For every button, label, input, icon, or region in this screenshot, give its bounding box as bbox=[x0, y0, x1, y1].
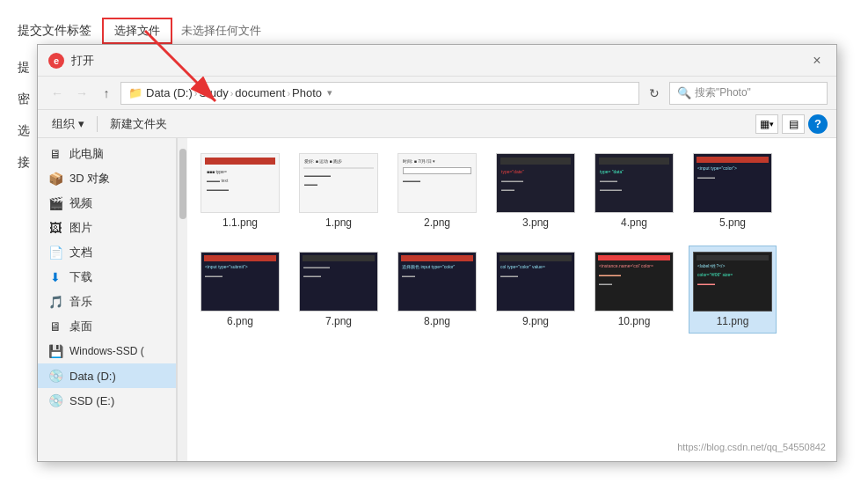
sidebar-item-pictures[interactable]: 🖼 图片 bbox=[38, 216, 176, 240]
pane-icon: ▤ bbox=[789, 118, 799, 130]
address-part-study: Study bbox=[199, 86, 228, 99]
view-icon: ▦ bbox=[760, 118, 770, 130]
videos-icon: 🎬 bbox=[48, 196, 62, 210]
data-d-icon: 💿 bbox=[48, 369, 62, 383]
view-toggle-button[interactable]: ▦ ▾ bbox=[755, 114, 778, 134]
sidebar-item-label-music: 音乐 bbox=[69, 294, 92, 310]
dialog-toolbar: 组织 ▾ 新建文件夹 ▦ ▾ ▤ ? bbox=[38, 110, 836, 138]
row3-label: 密 bbox=[18, 92, 30, 107]
file-thumbnail-1-1: ■■■ type= ▬▬▬ text ▬▬▬▬▬ bbox=[201, 153, 280, 213]
sidebar-item-videos[interactable]: 🎬 视频 bbox=[38, 191, 176, 216]
up-button[interactable]: ↑ bbox=[96, 83, 117, 104]
file-name-10-png: 10.png bbox=[618, 315, 651, 327]
file-thumbnail-5: <input type="color"> ▬▬▬▬ bbox=[693, 153, 772, 213]
organize-arrow: ▾ bbox=[78, 117, 84, 130]
dialog-close-button[interactable]: × bbox=[808, 52, 826, 70]
search-box[interactable]: 🔍 搜索"Photo" bbox=[669, 82, 828, 105]
file-item-4-png[interactable]: type= "data" ▬▬▬▬ ▬▬▬▬▬ 4.png bbox=[590, 147, 678, 235]
file-thumbnail-3: type="date" ▬▬▬▬▬ ▬▬▬ bbox=[496, 153, 575, 213]
file-item-9-png[interactable]: col type="color" value= ▬▬▬▬ 9.png bbox=[492, 246, 580, 334]
toolbar-separator bbox=[97, 116, 98, 132]
address-part-photo: Photo bbox=[292, 86, 322, 99]
sidebar-item-label-downloads: 下载 bbox=[69, 269, 92, 285]
back-button[interactable]: ← bbox=[47, 83, 68, 104]
submit-label: 提交文件标签 bbox=[18, 23, 91, 39]
dialog-app-icon: e bbox=[48, 53, 64, 69]
sidebar-item-label-data-d: Data (D:) bbox=[69, 370, 116, 383]
forward-button[interactable]: → bbox=[71, 83, 92, 104]
row4-label: 选 bbox=[18, 123, 30, 139]
sidebar-item-windows-ssd[interactable]: 💾 Windows-SSD ( bbox=[38, 339, 176, 363]
sidebar-item-label-ssd-e: SSD (E:) bbox=[69, 394, 114, 407]
file-item-10-png[interactable]: <instance.name='col' color= ▬▬▬▬▬ ▬▬▬ 10… bbox=[590, 246, 678, 334]
file-thumbnail-8: 选择颜色 input type="color" ▬▬▬ bbox=[398, 252, 477, 312]
file-name-3-png: 3.png bbox=[522, 216, 549, 229]
sidebar-item-label-pictures: 图片 bbox=[69, 220, 92, 236]
file-thumbnail-11: <label>姓?</> color="#f06" size= ▬▬▬▬ bbox=[693, 252, 772, 312]
sidebar-item-desktop[interactable]: 🖥 桌面 bbox=[38, 314, 176, 339]
windows-ssd-icon: 💾 bbox=[48, 344, 62, 358]
sidebar-item-label-videos: 视频 bbox=[69, 195, 92, 211]
sidebar-item-downloads[interactable]: ⬇ 下载 bbox=[38, 265, 176, 290]
organize-button[interactable]: 组织 ▾ bbox=[47, 114, 90, 134]
downloads-icon: ⬇ bbox=[48, 270, 62, 284]
file-name-9-png: 9.png bbox=[522, 315, 549, 327]
watermark: https://blog.csdn.net/qq_54550842 bbox=[677, 442, 826, 452]
sidebar-scrollbar-thumb bbox=[179, 149, 186, 219]
file-item-5-png[interactable]: <input type="color"> ▬▬▬▬ 5.png bbox=[689, 147, 777, 235]
file-name-11-png: 11.png bbox=[717, 315, 749, 327]
files-grid: ■■■ type= ▬▬▬ text ▬▬▬▬▬ 1.1.png 爱好: ■ 运… bbox=[196, 147, 828, 334]
row-submit-file: 提交文件标签 选择文件 未选择任何文件 bbox=[18, 18, 850, 44]
this-pc-icon: 🖥 bbox=[48, 147, 62, 161]
file-grid-area: ■■■ type= ▬▬▬ text ▬▬▬▬▬ 1.1.png 爱好: ■ 运… bbox=[187, 138, 836, 461]
file-item-2-png[interactable]: 时间: ■ 7/月/日 ▾ ▬▬▬▬ 2.png bbox=[393, 147, 481, 235]
sidebar-item-this-pc[interactable]: 🖥 此电脑 bbox=[38, 142, 176, 166]
refresh-button[interactable]: ↻ bbox=[643, 82, 666, 105]
new-folder-label: 新建文件夹 bbox=[110, 116, 167, 132]
dialog-title: 打开 bbox=[71, 53, 808, 69]
file-name-5-png: 5.png bbox=[719, 216, 746, 229]
row5-label: 接 bbox=[18, 155, 30, 171]
sidebar-item-3d-objects[interactable]: 📦 3D 对象 bbox=[38, 166, 176, 191]
address-dropdown-arrow: ▾ bbox=[327, 87, 332, 99]
file-item-3-png[interactable]: type="date" ▬▬▬▬▬ ▬▬▬ 3.png bbox=[492, 147, 580, 235]
sidebar-item-label-windows-ssd: Windows-SSD ( bbox=[69, 345, 144, 357]
file-name-2-png: 2.png bbox=[424, 216, 450, 229]
file-name-1-1-png: 1.1.png bbox=[222, 216, 258, 229]
toolbar-right: ▦ ▾ ▤ ? bbox=[755, 114, 828, 134]
row2-label: 提 bbox=[18, 60, 30, 76]
no-file-text: 未选择任何文件 bbox=[181, 23, 261, 39]
pane-toggle-button[interactable]: ▤ bbox=[782, 114, 805, 134]
address-box[interactable]: Data (D:) › Study › document › Photo ▾ bbox=[120, 82, 639, 105]
sidebar-item-documents[interactable]: 📄 文档 bbox=[38, 240, 176, 265]
sidebar-item-ssd-e[interactable]: 💿 SSD (E:) bbox=[38, 388, 176, 413]
file-item-11-png[interactable]: <label>姓?</> color="#f06" size= ▬▬▬▬ 11.… bbox=[689, 246, 777, 334]
new-folder-button[interactable]: 新建文件夹 bbox=[105, 114, 172, 134]
3d-objects-icon: 📦 bbox=[48, 172, 62, 186]
file-item-6-png[interactable]: <input type="submit"> ▬▬▬▬ 6.png bbox=[196, 246, 284, 334]
file-thumbnail-4: type= "data" ▬▬▬▬ ▬▬▬▬▬ bbox=[594, 153, 674, 213]
dialog-main-content: 🖥 此电脑 📦 3D 对象 🎬 视频 🖼 图片 📄 文档 bbox=[38, 138, 836, 461]
sidebar-item-music[interactable]: 🎵 音乐 bbox=[38, 290, 176, 314]
file-name-6-png: 6.png bbox=[227, 315, 253, 327]
file-item-1-1-png[interactable]: ■■■ type= ▬▬▬ text ▬▬▬▬▬ 1.1.png bbox=[196, 147, 284, 235]
file-thumbnail-2: 时间: ■ 7/月/日 ▾ ▬▬▬▬ bbox=[398, 153, 477, 213]
file-item-7-png[interactable]: ▬▬▬▬▬▬ ▬▬▬▬ 7.png bbox=[295, 246, 383, 334]
address-part-document: document bbox=[235, 86, 285, 99]
pictures-icon: 🖼 bbox=[48, 221, 62, 235]
help-button[interactable]: ? bbox=[808, 114, 828, 134]
sidebar: 🖥 此电脑 📦 3D 对象 🎬 视频 🖼 图片 📄 文档 bbox=[38, 138, 177, 461]
file-thumbnail-10: <instance.name='col' color= ▬▬▬▬▬ ▬▬▬ bbox=[594, 252, 674, 312]
view-arrow: ▾ bbox=[770, 120, 774, 128]
sidebar-scrollbar[interactable] bbox=[177, 138, 187, 461]
file-item-8-png[interactable]: 选择颜色 input type="color" ▬▬▬ 8.png bbox=[393, 246, 481, 334]
file-item-1-png[interactable]: 爱好: ■ 运动 ■ 跑步 ▬▬▬▬▬▬ ▬▬▬ 1.png bbox=[295, 147, 383, 235]
desktop-icon: 🖥 bbox=[48, 319, 62, 334]
documents-icon: 📄 bbox=[48, 246, 62, 260]
dialog-addressbar: ← → ↑ Data (D:) › Study › document › Pho… bbox=[38, 77, 836, 110]
sidebar-item-data-d[interactable]: 💿 Data (D:) bbox=[38, 363, 176, 388]
sidebar-item-label-3d-objects: 3D 对象 bbox=[69, 171, 110, 187]
choose-file-button[interactable]: 选择文件 bbox=[102, 18, 172, 44]
sidebar-item-label-desktop: 桌面 bbox=[69, 319, 92, 334]
file-thumbnail-7: ▬▬▬▬▬▬ ▬▬▬▬ bbox=[299, 252, 378, 312]
